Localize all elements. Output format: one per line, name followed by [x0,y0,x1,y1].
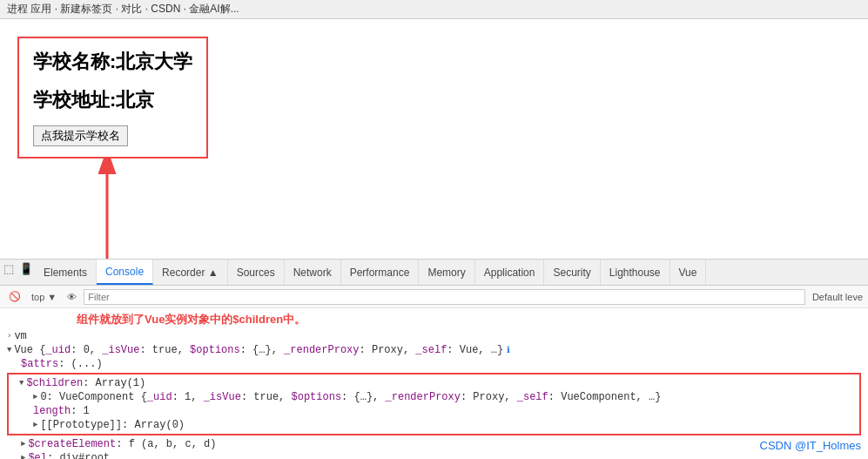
vm-label: vm [14,330,26,342]
tab-application[interactable]: Application [475,260,545,285]
vm-arrow[interactable]: › [7,332,11,341]
console-row-child-0: ► 0: VueComponent {_uid: 1, _isVue: true… [12,390,856,404]
el-label: $el: div#root [28,452,110,459]
console-row-prototype: ► [[Prototype]]: Array(0) [12,418,856,432]
tab-recorder[interactable]: Recorder ▲ [153,260,228,285]
red-arrow-icon [77,157,138,273]
browser-top-text: 进程 应用 · 新建标签页 · 对比 · CSDN · 金融AI解... [7,2,239,17]
tab-network[interactable]: Network [285,260,341,285]
children-highlight-box: ▼ $children: Array(1) ► 0: VueComponent … [7,373,861,435]
tab-vue[interactable]: Vue [670,260,707,285]
clear-console-button[interactable]: 🚫 [5,290,24,303]
main-content: 学校名称:北京大学 学校地址:北京 点我提示学校名 [0,19,868,261]
console-row-vue-obj: ▼ Vue {_uid: 0, _isVue: true, $options: … [7,343,861,357]
console-row-el: ► $el: div#root [7,451,861,459]
school-address: 学校地址:北京 [33,87,192,113]
console-row-length: length: 1 [12,404,856,418]
vue-info-icon: ℹ [507,345,510,355]
child0-label: 0: VueComponent {_uid: 1, _isVue: true, … [40,391,661,403]
tab-console[interactable]: Console [97,260,153,285]
filter-input[interactable] [84,289,805,305]
createelement-label: $createElement: f (a, b, c, d) [28,438,216,450]
console-row-attrs: $attrs: (...) [7,357,861,371]
vue-expand-arrow[interactable]: ▼ [7,346,11,354]
device-icon[interactable]: 📱 [17,260,35,277]
tab-security[interactable]: Security [544,260,600,285]
eye-icon[interactable]: 👁 [64,291,80,303]
devtools-panel: ⬚ 📱 Elements Console Recorder ▲ Sources … [0,259,868,459]
school-info-box: 学校名称:北京大学 学校地址:北京 点我提示学校名 [17,37,208,159]
show-school-button[interactable]: 点我提示学校名 [33,125,128,146]
child0-expand-arrow[interactable]: ► [33,393,37,402]
console-row-vm: › vm [7,329,861,343]
console-content: 组件就放到了Vue实例对象中的$children中。 › vm ▼ Vue {_… [0,308,868,459]
tab-sources[interactable]: Sources [228,260,285,285]
console-row-children: ▼ $children: Array(1) [12,376,856,390]
prototype-expand-arrow[interactable]: ► [33,421,37,429]
createelement-expand-arrow[interactable]: ► [21,440,25,449]
length-label: length: 1 [33,405,90,417]
browser-top-bar: 进程 应用 · 新建标签页 · 对比 · CSDN · 金融AI解... [0,0,868,19]
console-row-createelement: ► $createElement: f (a, b, c, d) [7,437,861,451]
annotation-text: 组件就放到了Vue实例对象中的$children中。 [77,312,861,327]
default-level-label: Default leve [812,292,863,302]
tab-lighthouse[interactable]: Lighthouse [601,260,670,285]
devtools-tabs-bar: ⬚ 📱 Elements Console Recorder ▲ Sources … [0,260,868,286]
prototype-label: [[Prototype]]: Array(0) [40,419,185,431]
inspect-icon[interactable]: ⬚ [0,260,17,277]
watermark: CSDN @IT_Holmes [760,439,862,452]
top-select[interactable]: top ▼ [28,291,60,303]
attrs-label: $attrs: (...) [21,358,103,370]
tab-memory[interactable]: Memory [419,260,474,285]
school-name: 学校名称:北京大学 [33,49,192,75]
vue-obj-text: Vue {_uid: 0, _isVue: true, $options: {…… [14,344,503,356]
children-expand-arrow[interactable]: ▼ [19,379,24,388]
el-expand-arrow[interactable]: ► [21,454,25,459]
console-toolbar: 🚫 top ▼ 👁 Default leve [0,286,868,308]
tab-elements[interactable]: Elements [35,260,97,285]
tab-performance[interactable]: Performance [341,260,420,285]
children-label: $children: Array(1) [26,377,145,389]
